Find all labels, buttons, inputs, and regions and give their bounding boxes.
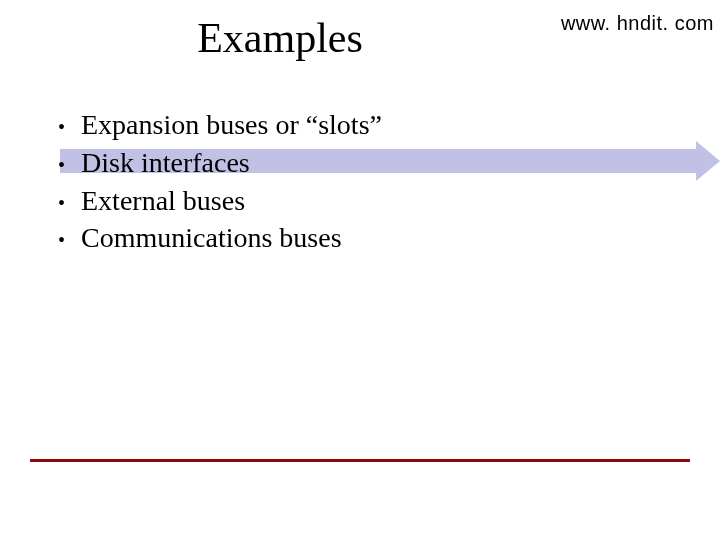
arrow-head-icon xyxy=(696,141,720,181)
list-item-text: Expansion buses or “slots” xyxy=(81,106,382,144)
list-item: • Expansion buses or “slots” xyxy=(58,106,382,144)
list-item-text: Disk interfaces xyxy=(81,144,250,182)
bullet-icon: • xyxy=(58,113,65,141)
list-item: • Communications buses xyxy=(58,219,382,257)
list-item: • External buses xyxy=(58,182,382,220)
slide-title: Examples xyxy=(0,14,560,62)
list-item-text: External buses xyxy=(81,182,245,220)
bullet-icon: • xyxy=(58,151,65,179)
list-item: • Disk interfaces xyxy=(58,144,382,182)
bullet-list: • Expansion buses or “slots” • Disk inte… xyxy=(58,106,382,257)
site-url: www. hndit. com xyxy=(561,12,714,35)
bullet-icon: • xyxy=(58,226,65,254)
bottom-divider xyxy=(30,459,690,462)
list-item-text: Communications buses xyxy=(81,219,342,257)
bullet-icon: • xyxy=(58,189,65,217)
